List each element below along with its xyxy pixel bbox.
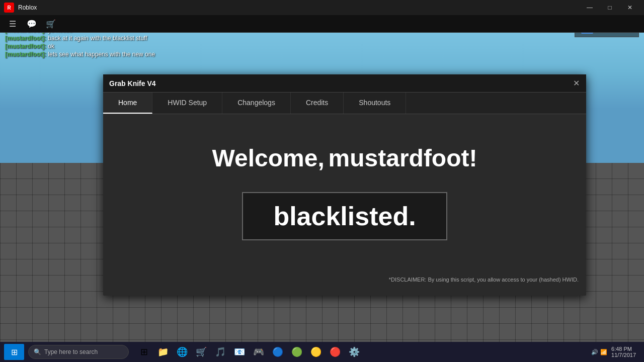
disclaimer-text: *DISCLAIMER: By using this script, you a… [389, 277, 579, 283]
search-placeholder: Type here to search [44, 348, 98, 355]
window-controls: — □ ✕ [580, 0, 640, 15]
taskbar-app-2[interactable]: 📧 [230, 344, 249, 360]
taskbar-app-8[interactable]: ⚙️ [345, 344, 363, 360]
welcome-text: Welcome, mustardfoot! [212, 144, 477, 172]
taskbar: ⊞ 🔍 Type here to search ⊞ 📁 🌐 🛒 🎵 📧 🎮 🔵 … [0, 342, 644, 362]
modal-title: Grab Knife V4 [109, 79, 156, 87]
taskbar-file-explorer[interactable]: 📁 [154, 344, 172, 360]
blacklisted-box: blacklisted. [242, 192, 447, 240]
taskbar-app-1[interactable]: 🎵 [211, 344, 229, 360]
chat-username-2: [mustardfoot]: [5, 35, 46, 42]
roblox-toolbar: ☰ 💬 🛒 [0, 15, 644, 33]
chat-text-4: lets see what happens with the new one [48, 51, 155, 58]
taskbar-app-icons: ⊞ 📁 🌐 🛒 🎵 📧 🎮 🔵 🟢 🟡 🔴 ⚙️ [135, 344, 363, 360]
time-display: 6:48 PM [611, 346, 636, 352]
menu-button[interactable]: ☰ [5, 17, 20, 31]
taskbar-store[interactable]: 🛒 [192, 344, 210, 360]
chat-button[interactable]: 💬 [24, 17, 39, 31]
tab-changelogs[interactable]: Changelogs [222, 93, 291, 114]
taskbar-task-view[interactable]: ⊞ [135, 344, 153, 360]
chat-username-3: [mustardfoot]: [5, 43, 46, 50]
maximize-button[interactable]: □ [600, 0, 620, 15]
search-icon: 🔍 [34, 348, 41, 355]
search-bar[interactable]: 🔍 Type here to search [28, 345, 129, 359]
system-tray: 🔊 📶 [591, 349, 607, 355]
modal-title-bar: Grab Knife V4 ✕ [103, 74, 586, 93]
chat-message-4: [mustardfoot]: lets see what happens wit… [5, 51, 196, 58]
minimize-button[interactable]: — [580, 0, 600, 15]
chat-text-3: ok [48, 43, 54, 50]
date-display: 11/7/2017 [611, 352, 636, 358]
username-display: mustardfoot! [329, 145, 477, 171]
start-button[interactable]: ⊞ [4, 344, 24, 360]
chat-username-4: [mustardfoot]: [5, 51, 46, 58]
title-bar: R Roblox — □ ✕ [0, 0, 644, 15]
modal-content: Welcome, mustardfoot! blacklisted. *DISC… [103, 114, 586, 290]
tray-icon-2: 📶 [600, 349, 607, 355]
taskbar-app-3[interactable]: 🎮 [250, 344, 268, 360]
tab-hwid-setup[interactable]: HWID Setup [152, 93, 222, 114]
roblox-app-icon: R [4, 3, 14, 13]
window-title: Roblox [18, 4, 37, 11]
store-button[interactable]: 🛒 [43, 17, 58, 31]
grab-knife-modal: Grab Knife V4 ✕ Home HWID Setup Changelo… [103, 74, 586, 296]
tab-shoutouts[interactable]: Shoutouts [344, 93, 406, 114]
blacklisted-text: blacklisted. [273, 202, 416, 231]
tab-credits[interactable]: Credits [291, 93, 344, 114]
close-button[interactable]: ✕ [620, 0, 640, 15]
chat-text-2: back at it again with the blacklist stuf… [48, 35, 147, 42]
chat-message-2: [mustardfoot]: back at it again with the… [5, 35, 196, 42]
chat-message-3: [mustardfoot]: ok [5, 43, 196, 50]
taskbar-app-4[interactable]: 🔵 [269, 344, 287, 360]
tab-home[interactable]: Home [103, 93, 152, 114]
title-bar-left: R Roblox [4, 3, 580, 13]
clock: 6:48 PM 11/7/2017 [611, 346, 636, 358]
modal-close-button[interactable]: ✕ [570, 77, 582, 89]
welcome-prefix: Welcome, [212, 145, 325, 171]
taskbar-app-5[interactable]: 🟢 [288, 344, 306, 360]
modal-tabs: Home HWID Setup Changelogs Credits Shout… [103, 93, 586, 114]
taskbar-app-7[interactable]: 🔴 [326, 344, 344, 360]
taskbar-edge[interactable]: 🌐 [173, 344, 191, 360]
taskbar-app-6[interactable]: 🟡 [307, 344, 325, 360]
taskbar-right: 🔊 📶 6:48 PM 11/7/2017 [591, 346, 640, 358]
tray-icon-1: 🔊 [591, 349, 598, 355]
